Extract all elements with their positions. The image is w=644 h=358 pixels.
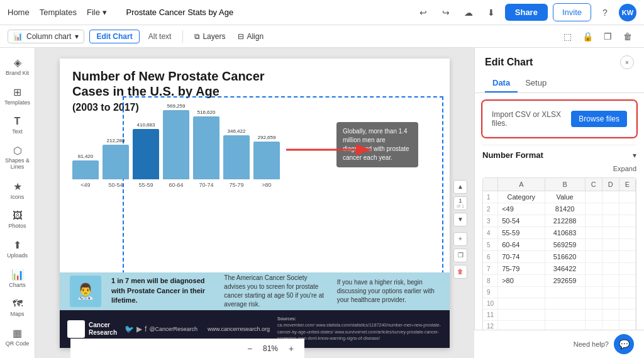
bar-group-<49[interactable]: 81,420<49 <box>72 154 99 188</box>
share-button[interactable]: Share <box>505 4 548 21</box>
lock-button[interactable]: 🔒 <box>579 28 596 45</box>
sidebar-item-maps[interactable]: 🗺 Maps <box>3 294 33 321</box>
add-element-button[interactable]: + <box>453 232 467 246</box>
doc-title-input[interactable] <box>117 4 243 20</box>
bar->80[interactable] <box>253 142 280 179</box>
main-layout: ◈ Brand Kit ⊞ Templates T Text ⬡ Shapes … <box>0 48 644 358</box>
bar-75-79[interactable] <box>223 135 250 179</box>
bar-label-55-59: 55-59 <box>138 182 153 188</box>
page-up-button[interactable]: ▲ <box>453 180 467 194</box>
sidebar-brandkit-label: Brand Kit <box>6 70 29 76</box>
bar-70-74[interactable] <box>193 116 219 179</box>
bar-group-60-64[interactable]: 569,25960-64 <box>163 103 189 188</box>
zoom-value: 81% <box>260 344 280 353</box>
cloud-save-button[interactable]: ☁ <box>460 4 477 21</box>
table-row[interactable]: 560-64569259 <box>483 239 636 251</box>
table-row[interactable]: 775-79346422 <box>483 263 636 275</box>
bar-group-75-79[interactable]: 346,42275-79 <box>223 128 250 188</box>
photos-icon: 🖼 <box>13 210 23 221</box>
sidebar-item-shapes[interactable]: ⬡ Shapes &Lines <box>3 141 33 174</box>
bar-group->80[interactable]: 292,659>80 <box>253 135 280 188</box>
undo-button[interactable]: ↩ <box>414 4 432 21</box>
bar-group-70-74[interactable]: 516,62070-74 <box>193 109 219 188</box>
tab-data[interactable]: Data <box>485 74 518 92</box>
footer-social: 🐦 ▶ f @CancerResearch <box>125 325 197 333</box>
bar-label-70-74: 70-74 <box>199 182 213 188</box>
chart-content: Number of New Prostate Cancer Cases in t… <box>60 59 450 207</box>
canvas-area[interactable]: Number of New Prostate Cancer Cases in t… <box>35 48 474 358</box>
table-row[interactable]: 11 <box>483 310 636 321</box>
edit-chart-button[interactable]: Edit Chart <box>89 30 139 43</box>
sidebar-item-photos[interactable]: 🖼 Photos <box>3 206 33 233</box>
bar-60-64[interactable] <box>163 110 189 179</box>
bar-55-59[interactable] <box>133 129 159 179</box>
expand-table-button[interactable]: Expand <box>613 165 636 172</box>
zoom-in-button[interactable]: + <box>284 342 298 355</box>
sidebar-item-qrcode[interactable]: ▦ QR Code <box>3 323 33 350</box>
facebook-icon: f <box>145 325 147 333</box>
sidebar-item-uploads[interactable]: ⬆ Uploads <box>3 235 33 262</box>
sidebar-shapes-label: Shapes &Lines <box>5 158 30 171</box>
cta-text: If you have a higher risk, begin discuss… <box>337 278 440 305</box>
sidebar-item-templates[interactable]: ⊞ Templates <box>3 82 33 109</box>
bar-value-50-54: 212,288 <box>107 138 125 143</box>
nav-templates[interactable]: Templates <box>40 8 77 17</box>
bottom-section: 👨‍⚕️ 1 in 7 men will be diagnosed with P… <box>60 272 450 348</box>
page-counter: 1 of 1 <box>453 196 467 210</box>
sidebar-qrcode-label: QR Code <box>6 340 30 347</box>
chart-type-selector[interactable]: 📊 Column chart ▾ <box>8 30 84 43</box>
download-button[interactable]: ⬇ <box>482 4 500 21</box>
align-button[interactable]: ⊟ Align <box>234 30 267 43</box>
table-row[interactable]: 10 <box>483 298 636 310</box>
table-row[interactable]: 350-54212288 <box>483 215 636 227</box>
sidebar-item-icons[interactable]: ★ Icons <box>3 177 33 204</box>
table-row[interactable]: 1CategoryValue <box>483 191 636 203</box>
bar-value-60-64: 569,259 <box>167 103 186 109</box>
nav-home[interactable]: Home <box>8 8 30 17</box>
table-row[interactable]: 670-74516620 <box>483 251 636 263</box>
zoom-out-button[interactable]: − <box>243 342 257 355</box>
crop-button[interactable]: ⬚ <box>558 28 576 45</box>
bar-group-50-54[interactable]: 212,28850-54 <box>103 138 129 188</box>
panel-body: Import CSV or XLSX files. Browse files N… <box>475 93 644 358</box>
number-format-expand[interactable]: ▾ <box>633 151 636 160</box>
duplicate-button[interactable]: ❐ <box>599 28 616 45</box>
alt-text-button[interactable]: Alt text <box>145 30 175 43</box>
help-bar: Need help? 💬 <box>474 330 644 358</box>
bar-label-60-64: 60-64 <box>169 182 183 188</box>
sidebar-templates-label: Templates <box>4 99 30 106</box>
bar-group-55-59[interactable]: 410,68355-59 <box>133 122 159 188</box>
table-row[interactable]: 9 <box>483 287 636 298</box>
sidebar-item-text[interactable]: T Text <box>3 112 33 138</box>
footer-url: www.cancerresearch.org <box>208 326 270 332</box>
page-down-button[interactable]: ▼ <box>453 213 467 227</box>
remove-button[interactable]: 🗑 <box>453 265 467 279</box>
sidebar-maps-label: Maps <box>10 311 24 317</box>
invite-button[interactable]: Invite <box>553 3 591 21</box>
bar-50-54[interactable] <box>103 145 129 179</box>
table-row[interactable]: 8>80292659 <box>483 275 636 287</box>
bar-<49[interactable] <box>72 160 99 179</box>
import-text: Import CSV or XLSX files. <box>492 110 566 128</box>
copy-button[interactable]: ❐ <box>453 249 467 262</box>
bar-value-70-74: 516,620 <box>197 109 216 115</box>
delete-button[interactable]: 🗑 <box>619 28 636 45</box>
table-row[interactable]: 2<4981420 <box>483 203 636 215</box>
sidebar-text-label: Text <box>12 128 23 135</box>
table-row[interactable]: 455-59410683 <box>483 227 636 239</box>
help-button[interactable]: ? <box>596 4 614 21</box>
tab-setup[interactable]: Setup <box>518 74 554 92</box>
canvas-frame[interactable]: Number of New Prostate Cancer Cases in t… <box>60 59 450 348</box>
nav-file[interactable]: File ▾ <box>87 8 107 17</box>
import-box: Import CSV or XLSX files. Browse files <box>482 101 636 137</box>
layers-button[interactable]: ⧉ Layers <box>191 30 229 43</box>
sidebar-item-charts[interactable]: 📊 Charts <box>3 265 33 292</box>
panel-close-button[interactable]: × <box>620 55 634 69</box>
bar-label-75-79: 75-79 <box>229 182 243 188</box>
stat-text: 1 in 7 men will be diagnosed with Prosta… <box>111 276 214 305</box>
chat-bubble-button[interactable]: 💬 <box>614 334 634 354</box>
redo-button[interactable]: ↪ <box>437 4 455 21</box>
sidebar-item-brandkit[interactable]: ◈ Brand Kit <box>3 53 33 80</box>
user-avatar[interactable]: KW <box>619 4 636 21</box>
browse-files-button[interactable]: Browse files <box>571 111 627 127</box>
